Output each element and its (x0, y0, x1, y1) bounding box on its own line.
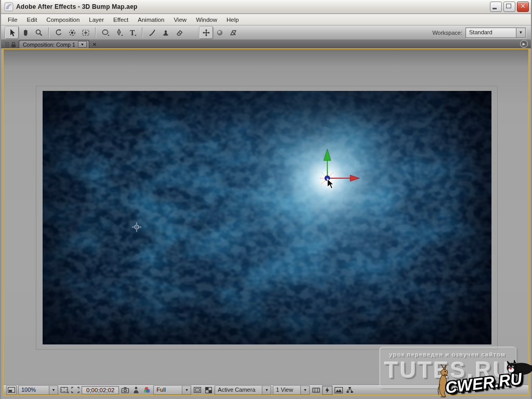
tab-label: Composition: Comp 1 (23, 42, 75, 48)
menu-window[interactable]: Window (191, 16, 222, 24)
workspace-label: Workspace: (432, 30, 462, 36)
snapshot-icon[interactable] (121, 386, 130, 394)
show-channel-icon[interactable] (142, 386, 152, 394)
mouse-cursor (327, 178, 338, 191)
toolbar-separator (95, 28, 96, 38)
composition-panel: урок переведен и озвучен сайтом TUTES.RU… (3, 48, 529, 396)
region-of-interest-2-icon[interactable] (193, 386, 202, 394)
camera-view-value: Active Camera (215, 386, 262, 394)
magnification-dropdown[interactable]: 100% ▼ (18, 385, 58, 395)
zoom-tool-icon[interactable] (32, 26, 46, 39)
clone-stamp-tool-icon[interactable] (159, 26, 172, 39)
toolbar-separator (142, 28, 143, 38)
panel-tab-strip: Composition: Comp 1 ▼ ✕ ▶ (1, 40, 531, 48)
vignette (43, 91, 491, 344)
lock-icon[interactable] (11, 42, 16, 48)
region-of-interest-icon[interactable] (71, 386, 80, 394)
cwer-badge: CWER.RU (434, 361, 532, 399)
watermark-caption: урок переведен и озвучен сайтом (390, 352, 506, 358)
menu-file[interactable]: File (3, 16, 22, 24)
workspace-value: Standard (466, 28, 516, 37)
menu-layer[interactable]: Layer (84, 16, 109, 24)
chevron-down-icon[interactable]: ▼ (49, 386, 58, 394)
app-window: Adobe After Effects - 3D Bump Map.aep Fi… (0, 0, 532, 399)
transparency-grid-icon[interactable] (204, 386, 213, 394)
resolution-value: Full (154, 386, 182, 394)
world-axis-mode-icon[interactable] (213, 26, 227, 39)
maximize-button[interactable] (503, 2, 515, 12)
toolbar-separator (48, 28, 49, 38)
chevron-down-icon[interactable]: ▼ (182, 386, 191, 394)
view-layout-value: 1 View (273, 386, 300, 394)
tool-bar: T Workspace: Standard ▼ (1, 25, 531, 40)
camera-view-dropdown[interactable]: Active Camera ▼ (215, 385, 271, 395)
view-layout-dropdown[interactable]: 1 View ▼ (273, 385, 310, 395)
safe-margins-icon[interactable] (60, 386, 69, 394)
shape-tool-icon[interactable] (99, 26, 112, 39)
close-button[interactable] (517, 2, 529, 12)
menu-animation[interactable]: Animation (133, 16, 169, 24)
eraser-tool-icon[interactable] (172, 26, 186, 39)
chevron-down-icon[interactable]: ▼ (262, 386, 271, 394)
workspace-control: Workspace: Standard ▼ (432, 28, 526, 38)
menu-view[interactable]: View (169, 16, 191, 24)
menu-edit[interactable]: Edit (22, 16, 42, 24)
local-axis-mode-icon[interactable] (200, 26, 213, 39)
hand-tool-icon[interactable] (19, 26, 32, 39)
brush-tool-icon[interactable] (145, 26, 159, 39)
window-title: Adobe After Effects - 3D Bump Map.aep (16, 3, 138, 10)
flowchart-icon[interactable] (345, 386, 354, 394)
chevron-down-icon[interactable]: ▼ (516, 28, 525, 37)
menu-composition[interactable]: Composition (42, 16, 84, 24)
unified-camera-tool-icon[interactable] (65, 26, 79, 39)
title-bar[interactable]: Adobe After Effects - 3D Bump Map.aep (1, 0, 531, 14)
workspace-dropdown[interactable]: Standard ▼ (466, 28, 526, 38)
always-preview-icon[interactable] (6, 385, 17, 395)
menu-help[interactable]: Help (222, 16, 244, 24)
selection-tool-icon[interactable] (5, 26, 19, 39)
menu-effect[interactable]: Effect (109, 16, 133, 24)
tab-composition-comp1[interactable]: Composition: Comp 1 ▼ (19, 40, 89, 48)
minimize-button[interactable] (490, 2, 502, 12)
panel-menu-icon[interactable]: ▶ (520, 40, 528, 48)
chevron-down-icon[interactable]: ▼ (300, 386, 309, 394)
panel-grip[interactable] (5, 42, 9, 47)
photo-render-icon[interactable] (334, 386, 343, 394)
resolution-dropdown[interactable]: Full ▼ (153, 385, 191, 395)
composition-viewport[interactable] (43, 91, 491, 344)
pen-tool-icon[interactable] (112, 26, 126, 39)
svg-text:T: T (130, 29, 135, 36)
menu-bar: File Edit Composition Layer Effect Anima… (1, 14, 531, 25)
rotate-tool-icon[interactable] (52, 26, 65, 39)
tab-close-icon[interactable]: ✕ (91, 41, 98, 48)
show-snapshot-icon[interactable] (131, 386, 141, 394)
pixel-aspect-correction-icon[interactable] (311, 386, 321, 394)
current-time-field[interactable]: 0;00;02;02 (82, 386, 119, 394)
view-axis-mode-icon[interactable] (227, 26, 240, 39)
fast-previews-icon[interactable] (322, 385, 332, 395)
viewer-lock-dropdown-icon[interactable]: ▼ (78, 41, 87, 48)
type-tool-icon[interactable]: T (126, 26, 139, 39)
app-icon (4, 2, 14, 11)
pan-behind-tool-icon[interactable] (79, 26, 92, 39)
magnification-value: 100% (19, 386, 49, 394)
